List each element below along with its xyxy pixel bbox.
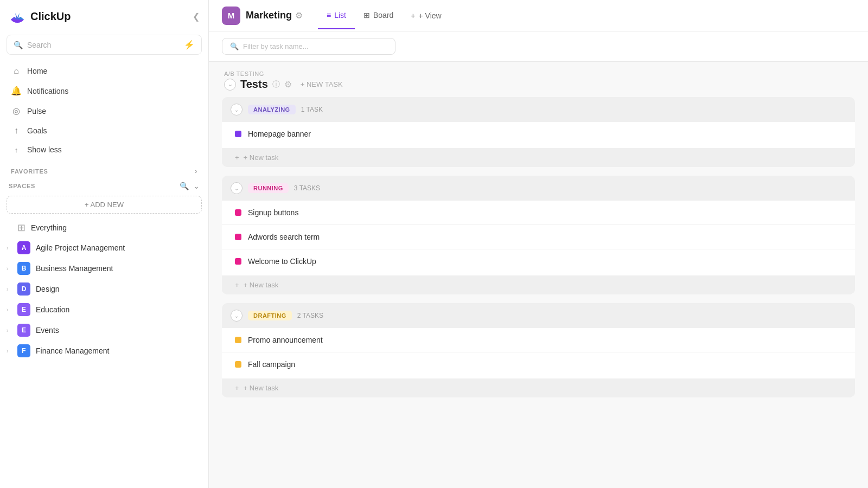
task-status-dot [235,258,241,265]
new-task-plus-icon: + [235,153,239,162]
workspace-settings-icon[interactable]: ⚙ [295,10,303,21]
status-section-analyzing: ⌄ ANALYZING 1 TASK Homepage banner + + N… [222,97,855,167]
filter-placeholder: Filter by task name... [243,42,309,50]
analyzing-task-list: Homepage banner [222,122,855,148]
status-section-analyzing-header[interactable]: ⌄ ANALYZING 1 TASK [222,97,855,122]
sidebar-item-finance[interactable]: › F Finance Management [0,341,208,361]
new-task-label: + New task [244,384,279,392]
tab-list-label: List [334,11,346,20]
list-breadcrumb: A/B Testing [224,70,853,77]
add-view-plus-icon: + [411,11,415,20]
table-row[interactable]: Signup buttons [222,201,855,225]
sidebar-item-education[interactable]: › E Education [0,299,208,320]
sidebar-item-finance-label: Finance Management [36,346,109,355]
logo-area: ClickUp [9,8,71,25]
new-task-label: + New task [244,153,279,162]
drafting-collapse-button[interactable]: ⌄ [231,310,242,322]
add-view-label: + View [419,11,442,20]
add-new-button[interactable]: + ADD NEW [7,196,202,214]
home-icon: ⌂ [11,66,22,76]
sidebar-item-business[interactable]: › B Business Management [0,258,208,279]
sidebar-collapse-button[interactable]: ❮ [193,11,200,22]
business-expand-icon: › [7,266,12,272]
task-name: Welcome to ClickUp [248,257,316,266]
finance-avatar: F [17,344,30,357]
spaces-search-icon[interactable]: 🔍 [180,182,189,190]
filter-search-icon: 🔍 [230,42,239,50]
sidebar-header: ClickUp ❮ [0,0,208,33]
task-name: Homepage banner [248,130,311,138]
new-task-inline-button[interactable]: + NEW TASK [301,80,343,88]
table-row[interactable]: Promo announcement [222,328,855,352]
filter-input-container[interactable]: 🔍 Filter by task name... [222,38,395,55]
tab-board[interactable]: ⊞ Board [355,2,402,29]
bolt-button[interactable]: ⚡ [184,40,195,50]
sidebar-item-design[interactable]: › D Design [0,279,208,299]
everything-icon: ⊞ [17,222,25,234]
main-content: M Marketing ⚙ ≡ List ⊞ Board + + View 🔍 … [209,0,868,488]
sidebar-item-home[interactable]: ⌂ Home [4,61,204,81]
sidebar-item-events-label: Events [36,326,59,335]
table-row[interactable]: Fall campaign [222,352,855,376]
sidebar-item-pulse-label: Pulse [27,107,46,115]
search-bar[interactable]: 🔍 Search ⚡ [7,35,202,55]
design-expand-icon: › [7,286,12,292]
spaces-actions: 🔍 ⌄ [180,182,200,190]
task-status-dot [235,337,241,343]
status-section-drafting-header[interactable]: ⌄ DRAFTING 2 TASKS [222,303,855,328]
finance-expand-icon: › [7,348,12,354]
table-row[interactable]: Homepage banner [222,122,855,146]
add-view-button[interactable]: + + View [402,6,450,25]
status-section-drafting: ⌄ DRAFTING 2 TASKS Promo announcement Fa… [222,303,855,397]
list-collapse-button[interactable]: ⌄ [224,79,236,91]
tab-list[interactable]: ≡ List [318,2,355,29]
list-title: Tests [240,78,268,91]
analyzing-status-badge: ANALYZING [248,105,296,114]
sidebar-item-design-label: Design [36,285,60,293]
running-new-task-button[interactable]: + + New task [222,275,855,294]
sidebar-item-show-less[interactable]: ↑ Show less [4,140,204,159]
education-avatar: E [17,303,30,316]
task-name: Fall campaign [248,360,295,369]
task-name: Adwords search term [248,233,320,241]
sidebar-item-goals[interactable]: ↑ Goals [4,121,204,140]
list-settings-icon[interactable]: ⚙ [284,79,292,89]
list-info-icon[interactable]: ⓘ [272,80,280,89]
view-tabs: ≡ List ⊞ Board + + View [318,2,450,29]
agile-avatar: A [17,241,30,254]
drafting-new-task-button[interactable]: + + New task [222,378,855,397]
list-tab-icon: ≡ [327,11,331,20]
task-name: Signup buttons [248,208,298,217]
running-task-count: 3 TASKS [294,184,320,192]
pulse-icon: ◎ [11,106,22,116]
filter-bar: 🔍 Filter by task name... [209,31,868,62]
favorites-section-label: FAVORITES › [0,161,208,177]
running-task-list: Signup buttons Adwords search term Welco… [222,201,855,275]
tab-board-label: Board [373,11,393,20]
analyzing-new-task-button[interactable]: + + New task [222,148,855,167]
table-row[interactable]: Adwords search term [222,225,855,249]
running-collapse-button[interactable]: ⌄ [231,182,242,194]
main-list-content: A/B Testing ⌄ Tests ⓘ ⚙ + NEW TASK ⌄ ANA… [209,62,868,488]
spaces-label: SPACES [9,183,35,189]
workspace-avatar: M [222,7,240,25]
analyzing-collapse-button[interactable]: ⌄ [231,104,242,115]
sidebar: ClickUp ❮ 🔍 Search ⚡ ⌂ Home 🔔 Notificati… [0,0,209,488]
table-row[interactable]: Welcome to ClickUp [222,249,855,273]
spaces-expand-icon[interactable]: ⌄ [193,182,200,190]
sidebar-item-agile[interactable]: › A Agile Project Management [0,237,208,258]
clickup-logo-icon [9,8,26,25]
sidebar-item-events[interactable]: › E Events [0,320,208,341]
sidebar-item-show-less-label: Show less [27,145,62,154]
drafting-task-list: Promo announcement Fall campaign [222,328,855,378]
sidebar-item-everything[interactable]: ⊞ Everything [0,218,208,237]
business-avatar: B [17,262,30,275]
sidebar-item-notifications[interactable]: 🔔 Notifications [4,81,204,101]
sidebar-item-pulse[interactable]: ◎ Pulse [4,101,204,121]
favorites-chevron-icon[interactable]: › [195,168,197,175]
task-status-dot [235,131,241,137]
design-avatar: D [17,282,30,296]
logo-text: ClickUp [30,10,71,23]
status-section-running-header[interactable]: ⌄ RUNNING 3 TASKS [222,176,855,201]
new-task-plus-icon: + [235,384,239,392]
